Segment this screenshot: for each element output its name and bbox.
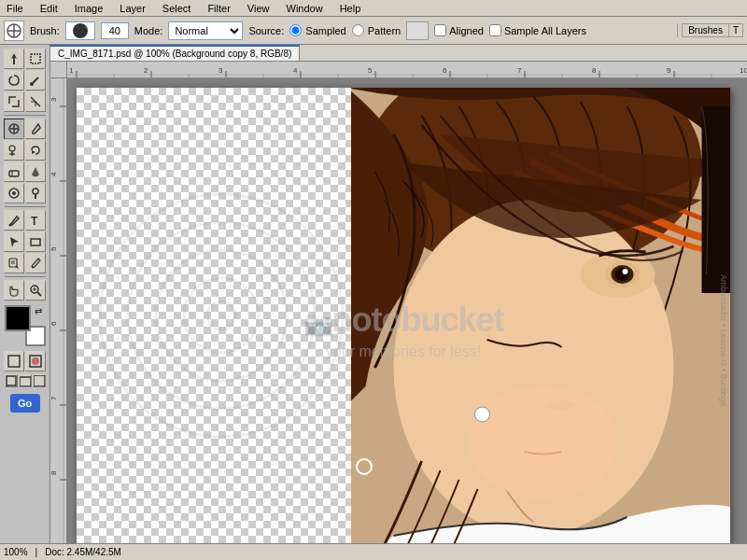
svg-marker-16 bbox=[32, 150, 35, 154]
t-tab[interactable]: T bbox=[729, 23, 743, 37]
svg-point-108 bbox=[475, 407, 490, 422]
menu-layer[interactable]: Layer bbox=[117, 2, 148, 15]
svg-point-20 bbox=[12, 191, 16, 195]
full-screen-mode[interactable] bbox=[33, 374, 46, 387]
svg-text:6: 6 bbox=[50, 321, 58, 326]
sample-all-layers-checkbox[interactable] bbox=[489, 24, 501, 36]
healing-brush-tool[interactable] bbox=[4, 119, 24, 139]
eyedropper-tool[interactable] bbox=[25, 253, 46, 273]
standard-screen-mode[interactable] bbox=[5, 374, 18, 387]
jump-to-cs[interactable]: Go bbox=[8, 392, 42, 414]
marquee-tool[interactable] bbox=[25, 49, 46, 69]
svg-text:7: 7 bbox=[517, 66, 522, 75]
brush-preview[interactable] bbox=[65, 21, 95, 40]
brushes-panel-tab[interactable]: Brushes T bbox=[677, 23, 743, 37]
quick-mask-mode[interactable] bbox=[25, 351, 46, 371]
brush-tool[interactable] bbox=[25, 119, 46, 139]
svg-text:Go: Go bbox=[18, 398, 33, 409]
svg-point-95 bbox=[207, 301, 235, 329]
blur-tool[interactable] bbox=[4, 183, 24, 203]
svg-text:4: 4 bbox=[293, 66, 298, 75]
history-brush-tool[interactable] bbox=[25, 140, 46, 161]
svg-text:6: 6 bbox=[443, 66, 447, 75]
svg-point-13 bbox=[9, 146, 15, 151]
svg-marker-30 bbox=[15, 265, 19, 269]
main-layout: T bbox=[0, 45, 747, 543]
lasso-tool[interactable] bbox=[4, 70, 24, 91]
sample-all-layers-group: Sample All Layers bbox=[489, 24, 586, 36]
svg-text:3: 3 bbox=[218, 66, 223, 75]
source-sampled-label: Sampled bbox=[305, 25, 345, 36]
artwork-svg: Ambassador • Leanne G • Buntings bbox=[351, 88, 730, 543]
canvas-area[interactable]: C_IMG_8171.psd @ 100% (Background copy 8… bbox=[50, 45, 747, 543]
brushes-label[interactable]: Brushes bbox=[682, 23, 729, 37]
source-sampled-radio[interactable] bbox=[289, 24, 302, 36]
options-bar: Brush: Mode: Normal Replace Multiply Sou… bbox=[0, 17, 747, 45]
full-screen-with-menu[interactable] bbox=[19, 374, 32, 387]
swap-colors-icon[interactable]: ⇄ bbox=[35, 305, 46, 316]
mode-label: Mode: bbox=[134, 25, 163, 36]
svg-text:4: 4 bbox=[50, 172, 58, 176]
svg-line-33 bbox=[37, 292, 41, 296]
svg-point-94 bbox=[184, 278, 259, 353]
svg-point-6 bbox=[30, 82, 34, 86]
dodge-tool[interactable] bbox=[25, 183, 46, 203]
source-pattern-group: Pattern bbox=[352, 24, 401, 36]
document-tab[interactable]: C_IMG_8171.psd @ 100% (Background copy 8… bbox=[50, 45, 300, 61]
menu-window[interactable]: Window bbox=[284, 2, 326, 15]
pattern-preview[interactable] bbox=[406, 21, 429, 40]
menu-select[interactable]: Select bbox=[160, 2, 194, 15]
foreground-color[interactable] bbox=[5, 305, 31, 331]
aligned-checkbox[interactable] bbox=[434, 24, 446, 36]
canvas-viewport[interactable]: Ambassador • Leanne G • Buntings bbox=[67, 78, 747, 543]
zoom-level: 100% bbox=[4, 547, 28, 557]
source-label: Source: bbox=[248, 25, 284, 36]
ruler-corner bbox=[50, 62, 67, 78]
svg-text:3: 3 bbox=[50, 97, 58, 102]
document-tab-title: C_IMG_8171.psd @ 100% (Background copy 8… bbox=[58, 49, 291, 59]
path-selection-tool[interactable] bbox=[4, 231, 24, 252]
source-sampled-group: Sampled bbox=[289, 24, 345, 36]
menu-image[interactable]: Image bbox=[72, 2, 106, 15]
shape-tool[interactable] bbox=[25, 231, 46, 252]
svg-rect-37 bbox=[8, 356, 20, 367]
menu-view[interactable]: View bbox=[245, 2, 273, 15]
zoom-tool[interactable] bbox=[25, 280, 46, 301]
svg-rect-17 bbox=[9, 171, 19, 176]
svg-rect-26 bbox=[31, 239, 40, 245]
menu-help[interactable]: Help bbox=[337, 2, 364, 15]
tab-bar: C_IMG_8171.psd @ 100% (Background copy 8… bbox=[50, 45, 747, 62]
crop-tool[interactable] bbox=[4, 91, 24, 112]
svg-text:5: 5 bbox=[50, 246, 58, 251]
svg-text:5: 5 bbox=[368, 66, 373, 75]
move-tool[interactable] bbox=[4, 49, 24, 69]
mode-select[interactable]: Normal Replace Multiply bbox=[168, 21, 243, 40]
pen-tool[interactable] bbox=[4, 210, 24, 231]
notes-tool[interactable] bbox=[4, 253, 24, 273]
artwork-right: Ambassador • Leanne G • Buntings bbox=[351, 88, 730, 543]
svg-text:7: 7 bbox=[50, 396, 58, 400]
slice-tool[interactable] bbox=[25, 91, 46, 112]
standard-mode[interactable] bbox=[4, 351, 24, 371]
magic-wand-tool[interactable] bbox=[25, 70, 46, 91]
source-pattern-radio[interactable] bbox=[352, 24, 364, 36]
fill-tool[interactable] bbox=[25, 161, 46, 182]
aligned-group: Aligned bbox=[434, 24, 484, 36]
color-box[interactable]: ⇄ bbox=[5, 305, 46, 346]
menu-file[interactable]: File bbox=[4, 2, 26, 15]
svg-text:⇄: ⇄ bbox=[35, 306, 42, 316]
eraser-tool[interactable] bbox=[4, 161, 24, 182]
doc-size: Doc: 2.45M/42.5M bbox=[45, 547, 121, 557]
type-tool[interactable]: T bbox=[25, 210, 46, 231]
clone-stamp-tool[interactable] bbox=[4, 140, 24, 161]
menu-edit[interactable]: Edit bbox=[37, 2, 61, 15]
hand-tool[interactable] bbox=[4, 280, 24, 301]
svg-point-91 bbox=[100, 194, 343, 437]
menu-filter[interactable]: Filter bbox=[204, 2, 233, 15]
tool-icon bbox=[4, 21, 24, 41]
brush-size-input[interactable] bbox=[101, 22, 129, 39]
svg-point-93 bbox=[156, 250, 287, 381]
svg-text:10: 10 bbox=[740, 66, 747, 75]
status-separator: | bbox=[35, 547, 38, 557]
svg-marker-25 bbox=[10, 237, 19, 247]
